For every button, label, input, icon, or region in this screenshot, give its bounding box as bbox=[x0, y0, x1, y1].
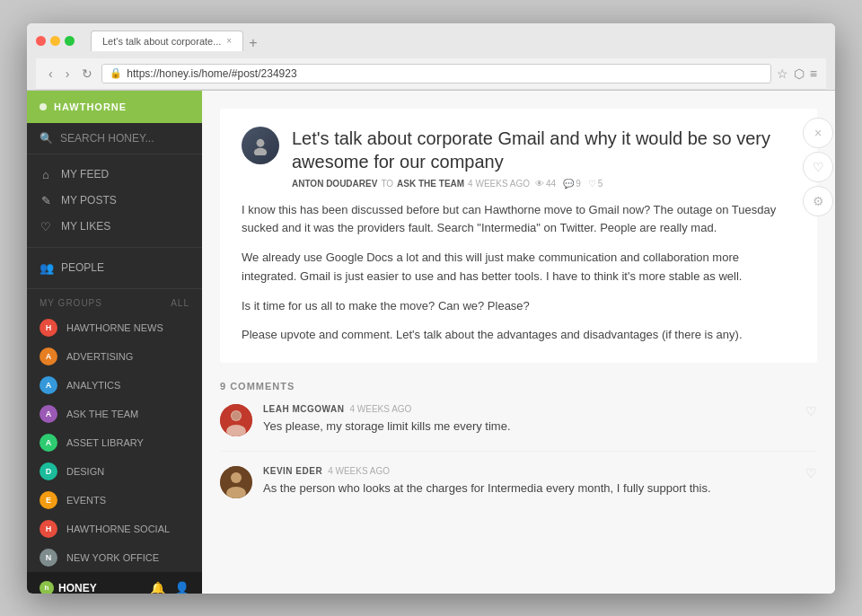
post-settings-button[interactable]: ⚙ bbox=[803, 186, 833, 216]
sidebar-nav-items: ⌂ MY FEED ✎ MY POSTS ♡ MY LIKES bbox=[27, 154, 202, 248]
extensions-button[interactable]: ⬡ bbox=[794, 66, 805, 81]
browser-window: Let's talk about corporate... × + ‹ › ↻ … bbox=[27, 23, 835, 594]
maximize-traffic-light[interactable] bbox=[65, 36, 75, 46]
views-count: 44 bbox=[546, 179, 556, 189]
comment-like-button[interactable]: ♡ bbox=[805, 466, 817, 480]
people-icon: 👥 bbox=[40, 261, 52, 275]
feed-icon: ⌂ bbox=[40, 168, 52, 181]
group-color-indicator: E bbox=[40, 491, 57, 509]
comment-like-button[interactable]: ♡ bbox=[805, 404, 817, 418]
reload-button[interactable]: ↻ bbox=[78, 65, 96, 83]
new-tab-button[interactable]: + bbox=[243, 35, 262, 51]
comment-author-name: LEAH MCGOWAN bbox=[263, 404, 344, 414]
group-label: DESIGN bbox=[66, 466, 104, 477]
post-actions: × ♡ ⚙ bbox=[803, 118, 833, 216]
post-views-stat: 👁 44 bbox=[535, 179, 556, 189]
group-color-indicator: N bbox=[40, 549, 57, 567]
comment-content: LEAH MCGOWAN 4 WEEKS AGO Yes please, my … bbox=[263, 404, 817, 436]
sidebar-item-ask-the-team[interactable]: A ASK THE TEAM bbox=[27, 400, 202, 428]
sidebar-item-events[interactable]: E EVENTS bbox=[27, 486, 202, 515]
sidebar-item-new-york-office[interactable]: N NEW YORK OFFICE bbox=[27, 543, 202, 572]
svg-point-5 bbox=[232, 411, 241, 420]
sidebar-item-design[interactable]: D DESIGN bbox=[27, 457, 202, 486]
notifications-bell-icon[interactable]: 🔔 bbox=[150, 581, 165, 594]
sidebar-item-asset-library[interactable]: A ASSET LIBRARY bbox=[27, 428, 202, 457]
post-group-name[interactable]: ASK THE TEAM bbox=[397, 179, 464, 189]
minimize-traffic-light[interactable] bbox=[50, 36, 60, 46]
sidebar-item-hawthorne-social[interactable]: H HAWTHORNE SOCIAL bbox=[27, 515, 202, 543]
sidebar-header: HAWTHORNE bbox=[27, 91, 202, 123]
close-traffic-light[interactable] bbox=[36, 36, 46, 46]
footer-actions: 🔔 👤 bbox=[150, 581, 189, 594]
comment-item: LEAH MCGOWAN 4 WEEKS AGO Yes please, my … bbox=[220, 404, 817, 452]
ssl-icon: 🔒 bbox=[110, 67, 122, 79]
post-author-name: ANTON DOUDAREV bbox=[292, 179, 377, 189]
heart-icon: ♡ bbox=[588, 179, 596, 189]
comment-meta: KEVIN EDER 4 WEEKS AGO bbox=[263, 466, 817, 476]
comment-time-ago: 4 WEEKS AGO bbox=[349, 404, 411, 414]
post-paragraph-4: Please upvote and comment. Let's talk ab… bbox=[242, 326, 796, 345]
sidebar-item-my-likes[interactable]: ♡ MY LIKES bbox=[27, 214, 202, 240]
post-to-label: TO bbox=[381, 179, 393, 189]
group-label: ANALYTICS bbox=[66, 380, 120, 391]
likes-count: 5 bbox=[598, 179, 603, 189]
tab-close-button[interactable]: × bbox=[226, 36, 232, 46]
app-logo: h HONEY bbox=[40, 581, 97, 594]
sidebar-people-section: 👥 PEOPLE bbox=[27, 248, 202, 289]
avatar-image bbox=[242, 127, 279, 164]
sidebar-item-label: MY FEED bbox=[61, 168, 109, 180]
post-likes-stat: ♡ 5 bbox=[588, 179, 603, 189]
post-title: Let's talk about corporate Gmail and why… bbox=[292, 127, 796, 173]
menu-button[interactable]: ≡ bbox=[810, 66, 817, 81]
group-label: NEW YORK OFFICE bbox=[66, 552, 159, 563]
group-label: ASSET LIBRARY bbox=[66, 437, 144, 448]
close-post-button[interactable]: × bbox=[803, 118, 833, 148]
group-color-indicator: A bbox=[40, 434, 57, 452]
workspace-name: HAWTHORNE bbox=[54, 101, 127, 112]
post-author-avatar bbox=[242, 127, 279, 164]
likes-icon: ♡ bbox=[40, 220, 52, 233]
sidebar-item-hawthorne-news[interactable]: H HAWTHORNE NEWS bbox=[27, 313, 202, 342]
user-avatar-icon[interactable]: 👤 bbox=[174, 581, 189, 594]
comment-meta: LEAH MCGOWAN 4 WEEKS AGO bbox=[263, 404, 817, 414]
sidebar-item-my-feed[interactable]: ⌂ MY FEED bbox=[27, 162, 202, 188]
sidebar-item-people[interactable]: 👥 PEOPLE bbox=[27, 255, 202, 281]
svg-point-7 bbox=[231, 472, 242, 483]
post-stats: 👁 44 💬 9 ♡ 5 bbox=[535, 179, 603, 189]
comment-author-avatar bbox=[220, 466, 252, 498]
post-paragraph-1: I know this has been discussed before bu… bbox=[242, 201, 796, 239]
workspace-icon bbox=[40, 103, 47, 110]
content-area: Let's talk about corporate Gmail and why… bbox=[202, 91, 835, 594]
address-bar[interactable]: 🔒 https://honey.is/home/#post/234923 bbox=[101, 64, 770, 84]
group-color-indicator: H bbox=[40, 520, 57, 538]
post-body: I know this has been discussed before bu… bbox=[242, 201, 796, 346]
group-color-indicator: H bbox=[40, 319, 57, 337]
back-button[interactable]: ‹ bbox=[45, 65, 57, 83]
sidebar-item-my-posts[interactable]: ✎ MY POSTS bbox=[27, 188, 202, 214]
app-layout: HAWTHORNE 🔍 SEARCH HONEY... ⌂ MY FEED ✎ … bbox=[27, 91, 835, 594]
sidebar-groups-list: H HAWTHORNE NEWS A ADVERTISING A ANALYTI… bbox=[27, 313, 202, 572]
post-meta: ANTON DOUDAREV TO ASK THE TEAM 4 WEEKS A… bbox=[292, 179, 796, 189]
comment-author-name: KEVIN EDER bbox=[263, 466, 322, 476]
app-logo-text: HONEY bbox=[58, 582, 97, 594]
post-header-content: Let's talk about corporate Gmail and why… bbox=[292, 127, 796, 189]
forward-button[interactable]: › bbox=[62, 65, 74, 83]
active-tab[interactable]: Let's talk about corporate... × bbox=[91, 31, 243, 51]
sidebar-search[interactable]: 🔍 SEARCH HONEY... bbox=[27, 123, 202, 154]
like-post-button[interactable]: ♡ bbox=[803, 152, 833, 182]
comment-item: KEVIN EDER 4 WEEKS AGO As the person who… bbox=[220, 466, 817, 513]
comments-header: 9 COMMENTS bbox=[220, 381, 817, 392]
group-color-indicator: A bbox=[40, 348, 57, 365]
group-color-indicator: A bbox=[40, 405, 57, 423]
group-label: ADVERTISING bbox=[66, 351, 133, 362]
comment-icon: 💬 bbox=[563, 179, 574, 189]
sidebar: HAWTHORNE 🔍 SEARCH HONEY... ⌂ MY FEED ✎ … bbox=[27, 91, 202, 594]
post-paragraph-2: We already use Google Docs a lot and thi… bbox=[242, 249, 796, 286]
groups-all-link[interactable]: ALL bbox=[171, 298, 189, 308]
sidebar-item-analytics[interactable]: A ANALYTICS bbox=[27, 371, 202, 400]
sidebar-footer: h HONEY 🔔 👤 bbox=[27, 572, 202, 594]
avatar-image bbox=[220, 404, 252, 436]
bookmark-button[interactable]: ☆ bbox=[777, 66, 788, 81]
traffic-lights bbox=[36, 36, 75, 46]
sidebar-item-advertising[interactable]: A ADVERTISING bbox=[27, 342, 202, 371]
